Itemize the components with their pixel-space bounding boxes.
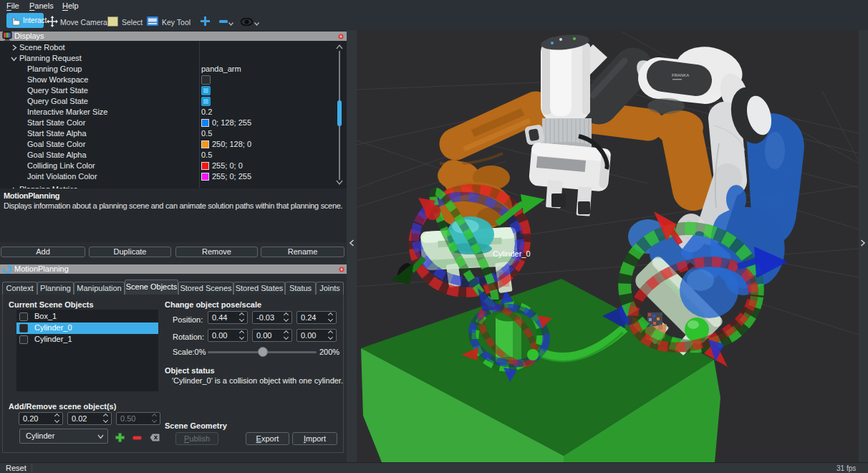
svg-text:Cylinder_0: Cylinder_0 [493,249,531,258]
svg-text:FRANKA: FRANKA [672,73,689,77]
